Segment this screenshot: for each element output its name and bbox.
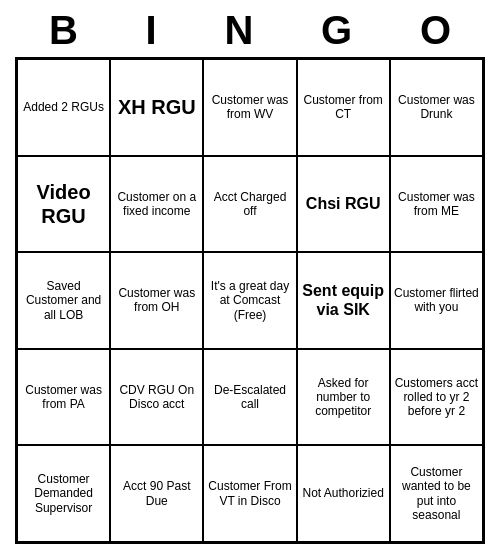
table-row: Customer flirted with you: [390, 252, 483, 349]
table-row: Customer was Drunk: [390, 59, 483, 156]
table-row: Acct 90 Past Due: [110, 445, 203, 542]
table-row: Customer from CT: [297, 59, 390, 156]
table-row: Customer From VT in Disco: [203, 445, 296, 542]
table-row: Saved Customer and all LOB: [17, 252, 110, 349]
letter-n: N: [206, 8, 271, 53]
table-row: Asked for number to competitor: [297, 349, 390, 446]
table-row: Customer was from PA: [17, 349, 110, 446]
table-row: Customer was from ME: [390, 156, 483, 253]
table-row: Not Authorizied: [297, 445, 390, 542]
table-row: CDV RGU On Disco acct: [110, 349, 203, 446]
table-row: Customer Demanded Supervisor: [17, 445, 110, 542]
table-row: Customer wanted to be put into seasonal: [390, 445, 483, 542]
letter-o: O: [402, 8, 469, 53]
bingo-title: B I N G O: [15, 0, 485, 57]
table-row: XH RGU: [110, 59, 203, 156]
table-row: Video RGU: [17, 156, 110, 253]
letter-i: I: [128, 8, 175, 53]
table-row: Added 2 RGUs: [17, 59, 110, 156]
bingo-grid: Added 2 RGUsXH RGUCustomer was from WVCu…: [15, 57, 485, 544]
letter-b: B: [31, 8, 96, 53]
table-row: Acct Charged off: [203, 156, 296, 253]
table-row: Chsi RGU: [297, 156, 390, 253]
letter-g: G: [303, 8, 370, 53]
table-row: Customer on a fixed income: [110, 156, 203, 253]
table-row: Customer was from WV: [203, 59, 296, 156]
table-row: Sent equip via SIK: [297, 252, 390, 349]
table-row: Customers acct rolled to yr 2 before yr …: [390, 349, 483, 446]
table-row: Customer was from OH: [110, 252, 203, 349]
table-row: De-Escalated call: [203, 349, 296, 446]
table-row: It's a great day at Comcast (Free): [203, 252, 296, 349]
